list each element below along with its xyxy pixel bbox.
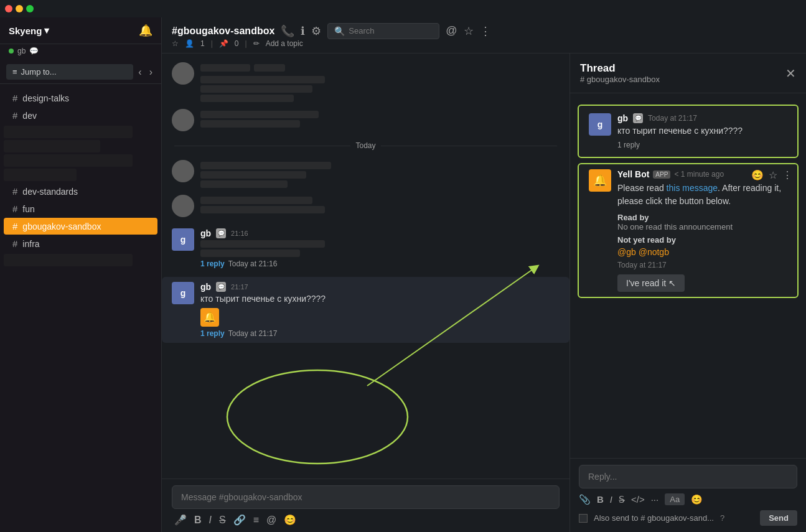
workspace-meta: gb 💬 — [0, 44, 161, 60]
font-size-control[interactable]: Aa — [665, 493, 685, 505]
star-icon[interactable]: ☆ — [464, 24, 474, 38]
mentions: @gb @notgb — [617, 247, 787, 257]
message-row — [162, 157, 569, 192]
avatar: g — [589, 113, 611, 136]
italic-icon[interactable]: I — [610, 494, 612, 505]
status-dot — [9, 49, 14, 54]
blurred-text — [200, 162, 331, 169]
attachment-icon[interactable]: 📎 — [579, 494, 591, 505]
message-input[interactable]: Message #gbougakov-sandbox — [172, 485, 560, 509]
jump-to-button[interactable]: ≡ Jump to... — [6, 64, 133, 80]
blurred-text-2 — [200, 85, 312, 93]
reply-indicator[interactable]: 1 reply Today at 21:16 — [200, 259, 560, 268]
sidebar-item-gbougakov-sandbox[interactable]: # gbougakov-sandbox — [4, 218, 157, 235]
bot-link-text[interactable]: this message — [667, 183, 718, 193]
app-badge: APP — [653, 170, 670, 179]
msg-actions: 😊 ☆ ⋮ — [751, 169, 792, 181]
msg-content: gb 💬 21:17 кто тырит печенье с кухни????… — [200, 282, 560, 338]
at-icon[interactable]: @ — [446, 24, 457, 37]
strikethrough-icon[interactable]: S̶ — [619, 494, 625, 505]
orig-author: gb — [617, 113, 628, 123]
message-row — [162, 192, 569, 220]
workspace-name[interactable]: Skyeng ▾ — [9, 25, 49, 36]
more-options-icon[interactable]: ⋮ — [782, 169, 792, 181]
sidebar-item-dev[interactable]: # dev — [4, 107, 157, 124]
reply-time: Today at 21:17 — [228, 329, 278, 338]
chat-bubble-icon: 💬 — [216, 282, 226, 292]
minimize-button[interactable] — [16, 5, 23, 12]
thread-original-message: g gb 💬 Today at 21:17 кто тырит печенье … — [578, 105, 799, 158]
channel-title: #gbougakov-sandbox — [172, 26, 274, 37]
message-row — [162, 106, 569, 134]
phone-icon[interactable]: 📞 — [281, 24, 294, 38]
help-icon[interactable]: ? — [720, 513, 724, 523]
emoji-reaction-icon[interactable]: 😊 — [751, 169, 764, 181]
chat-bubble-icon: 💬 — [633, 113, 643, 123]
add-topic-button[interactable]: Add a topic — [266, 39, 303, 48]
more-format-icon[interactable]: ··· — [651, 494, 659, 505]
sidebar-item-dev-standards[interactable]: # dev-standards — [4, 183, 157, 200]
notification-bell-icon[interactable]: 🔔 — [139, 24, 152, 37]
bot-msg-content: Yell Bot APP < 1 minute ago Please read … — [617, 169, 787, 292]
workspace-label: Skyeng — [9, 26, 42, 36]
maximize-button[interactable] — [26, 5, 34, 12]
close-thread-button[interactable]: ✕ — [785, 66, 796, 81]
mic-icon[interactable]: 🎤 — [174, 514, 187, 526]
reply-indicator[interactable]: 1 reply Today at 21:17 — [200, 329, 560, 338]
bold-icon[interactable]: B — [597, 494, 604, 505]
emoji-icon[interactable]: 😊 — [691, 494, 703, 505]
send-button[interactable]: Send — [760, 510, 797, 526]
blurred-channel-1 — [4, 126, 133, 138]
list-icon[interactable]: ≡ — [253, 515, 259, 526]
bold-icon[interactable]: B — [194, 515, 202, 526]
star-message-icon[interactable]: ☆ — [769, 169, 777, 181]
mention-gb[interactable]: @gb — [617, 247, 636, 257]
send-label: Send — [769, 513, 789, 523]
avatar — [172, 195, 194, 217]
msg-meta: gb 💬 21:16 — [200, 228, 560, 238]
emoji-icon[interactable]: 😊 — [284, 514, 296, 526]
thread-channel: # gbougakov-sandbox — [580, 75, 660, 84]
thread-panel: Thread # gbougakov-sandbox ✕ g gb — [569, 54, 806, 532]
msg-content — [200, 195, 560, 215]
channel-name-label: dev-standards — [22, 187, 78, 197]
member-icon: 👤 — [185, 39, 194, 48]
link-icon[interactable]: 🔗 — [233, 514, 246, 526]
chat-area: Today — [162, 54, 569, 478]
channel-name-label: gbougakov-sandbox — [22, 222, 101, 231]
nav-back-button[interactable]: ‹ — [136, 65, 144, 79]
ive-read-it-button[interactable]: I've read it ↖ — [617, 274, 685, 292]
at-icon[interactable]: @ — [266, 515, 276, 526]
settings-icon[interactable]: ⚙ — [311, 24, 321, 38]
avatar: g — [172, 282, 194, 304]
also-send-checkbox[interactable] — [579, 514, 588, 523]
blurred-text — [200, 120, 300, 128]
hash-icon: # — [12, 186, 17, 197]
nav-forward-button[interactable]: › — [147, 65, 155, 79]
channel-name-label: infra — [22, 239, 39, 249]
thread-reply-input[interactable]: Reply... — [579, 465, 797, 488]
more-icon[interactable]: ⋮ — [480, 24, 491, 38]
close-button[interactable] — [5, 5, 12, 12]
no-read-text: No one read this announcement — [617, 222, 787, 231]
hash-icon: # — [12, 203, 17, 214]
member-count: 1 — [200, 39, 205, 48]
sidebar-item-fun[interactable]: # fun — [4, 200, 157, 217]
italic-icon[interactable]: I — [209, 515, 212, 526]
strikethrough-icon[interactable]: S — [219, 515, 226, 526]
sidebar-item-infra[interactable]: # infra — [4, 235, 157, 252]
code-icon[interactable]: </> — [631, 494, 645, 505]
date-label: Today — [355, 141, 375, 150]
sidebar-item-design-talks[interactable]: # design-talks — [4, 90, 157, 106]
jump-to-label: Jump to... — [21, 67, 57, 77]
hash-icon: # — [12, 93, 17, 103]
orig-reply-count: 1 reply — [617, 141, 743, 149]
bot-time: < 1 minute ago — [674, 170, 724, 179]
blurred-msg-text — [200, 250, 300, 257]
mention-notgb[interactable]: @notgb — [639, 247, 669, 257]
info-icon[interactable]: ℹ — [301, 24, 305, 38]
search-box[interactable]: 🔍 Search — [327, 23, 439, 39]
msg-text: кто тырит печенье с кухни???? — [200, 293, 560, 306]
msg-content — [200, 62, 560, 104]
blurred-text-1 — [200, 76, 325, 83]
